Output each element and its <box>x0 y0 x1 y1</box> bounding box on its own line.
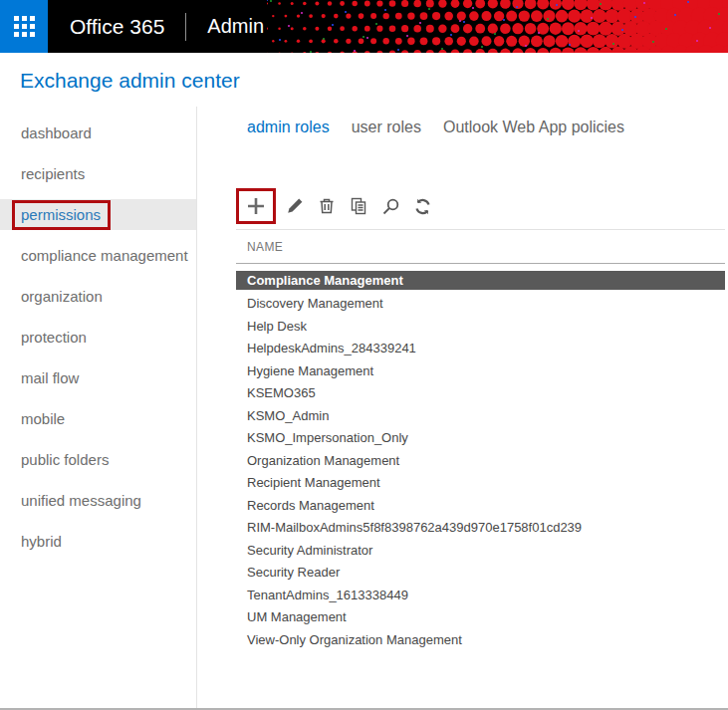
sidebar: dashboard recipients permissions complia… <box>0 107 197 708</box>
sidebar-item[interactable]: public folders <box>0 439 196 480</box>
role-name: KSMO_Admin <box>247 408 329 423</box>
table-row[interactable]: HelpdeskAdmins_284339241 <box>236 338 725 360</box>
role-name: Records Management <box>247 498 374 513</box>
sidebar-item-label: hybrid <box>21 533 62 550</box>
table-row[interactable]: KSMO_Admin <box>236 404 725 427</box>
add-button[interactable] <box>243 193 269 219</box>
sidebar-item-label: permissions <box>12 200 111 230</box>
tab[interactable]: admin roles <box>247 118 330 136</box>
sidebar-item-label: unified messaging <box>21 492 141 509</box>
table-row[interactable]: KSEMO365 <box>236 382 725 405</box>
role-name: UM Management <box>247 609 347 624</box>
table-row[interactable]: TenantAdmins_1613338449 <box>236 584 725 606</box>
table-row[interactable]: UM Management <box>236 606 725 629</box>
sidebar-item[interactable]: permissions <box>0 194 196 235</box>
layout: dashboard recipients permissions complia… <box>0 107 728 708</box>
role-name: Discovery Management <box>247 296 383 311</box>
sidebar-item-label: mobile <box>21 410 65 427</box>
sidebar-item[interactable]: mobile <box>0 398 196 439</box>
app-launcher-button[interactable] <box>0 0 48 53</box>
role-name: Security Administrator <box>247 543 372 558</box>
table-row[interactable]: Records Management <box>236 494 725 517</box>
toolbar <box>236 188 725 224</box>
table-row[interactable]: Hygiene Management <box>236 359 725 382</box>
sidebar-item[interactable]: organization <box>0 276 196 317</box>
sidebar-item[interactable]: compliance management <box>0 235 196 276</box>
edit-button[interactable] <box>282 193 308 219</box>
role-name: View-Only Organization Management <box>247 632 462 647</box>
role-name: Hygiene Management <box>247 363 373 378</box>
sidebar-item[interactable]: dashboard <box>0 113 196 153</box>
role-name: Compliance Management <box>247 273 403 288</box>
topbar: Office 365 Admin <box>0 0 728 53</box>
plus-icon <box>246 196 266 216</box>
sidebar-item-label: dashboard <box>21 124 92 141</box>
tab[interactable]: Outlook Web App policies <box>443 118 624 136</box>
sidebar-item-label: public folders <box>21 451 109 468</box>
table-row[interactable]: KSMO_Impersonation_Only <box>236 427 725 450</box>
role-name: Help Desk <box>247 319 307 334</box>
table-row[interactable]: Security Reader <box>236 562 725 585</box>
tab-bar: admin roles user roles Outlook Web App p… <box>247 107 725 138</box>
role-name: Security Reader <box>247 565 340 580</box>
role-name: Recipient Management <box>247 475 380 490</box>
sidebar-item[interactable]: unified messaging <box>0 480 196 521</box>
sidebar-item[interactable]: mail flow <box>0 357 196 398</box>
table-row[interactable]: Recipient Management <box>236 472 725 495</box>
refresh-icon <box>413 197 432 216</box>
sidebar-item-label: recipients <box>21 165 85 182</box>
table-row[interactable]: Help Desk <box>236 315 725 338</box>
table-row[interactable]: Organization Management <box>236 449 725 472</box>
search-button[interactable] <box>377 193 403 219</box>
sidebar-item-label: mail flow <box>21 369 79 386</box>
brand-admin[interactable]: Admin <box>207 15 264 38</box>
sidebar-item-label: organization <box>21 288 103 305</box>
table-row[interactable]: Discovery Management <box>236 293 725 316</box>
table-row[interactable]: RIM-MailboxAdmins5f8f8398762a439d970e175… <box>236 517 725 540</box>
role-name: HelpdeskAdmins_284339241 <box>247 341 416 355</box>
role-name: TenantAdmins_1613338449 <box>247 588 408 602</box>
table-row[interactable]: Compliance Management <box>236 271 725 290</box>
sidebar-item[interactable]: protection <box>0 317 196 357</box>
sidebar-item[interactable]: hybrid <box>0 521 196 562</box>
main-content: admin roles user roles Outlook Web App p… <box>197 107 728 708</box>
copy-button[interactable] <box>346 193 371 219</box>
sidebar-item[interactable]: recipients <box>0 153 196 194</box>
role-name: KSMO_Impersonation_Only <box>247 430 408 445</box>
sidebar-item-label: compliance management <box>21 247 188 264</box>
delete-button[interactable] <box>314 193 340 219</box>
page-title: Exchange admin center <box>0 53 728 107</box>
header-divider <box>236 263 725 264</box>
trash-icon <box>318 197 336 215</box>
brand-office365[interactable]: Office 365 <box>70 15 164 39</box>
topbar-divider <box>185 13 186 41</box>
pencil-icon <box>286 197 304 215</box>
role-name: KSEMO365 <box>247 385 316 400</box>
waffle-icon <box>14 16 35 37</box>
header-halftone-decoration <box>267 0 728 53</box>
refresh-button[interactable] <box>409 193 435 219</box>
tab[interactable]: user roles <box>352 118 421 136</box>
sidebar-item-label: protection <box>21 329 87 346</box>
table-row[interactable]: Security Administrator <box>236 539 725 562</box>
roles-list: Compliance Management Discovery Manageme… <box>236 271 725 651</box>
copy-icon <box>350 197 367 215</box>
role-name: Organization Management <box>247 453 399 468</box>
add-button-annotation <box>236 188 276 224</box>
table-row[interactable]: View-Only Organization Management <box>236 628 725 651</box>
role-name: RIM-MailboxAdmins5f8f8398762a439d970e175… <box>247 520 582 535</box>
column-header-name[interactable]: NAME <box>236 230 725 263</box>
search-icon <box>381 197 400 216</box>
